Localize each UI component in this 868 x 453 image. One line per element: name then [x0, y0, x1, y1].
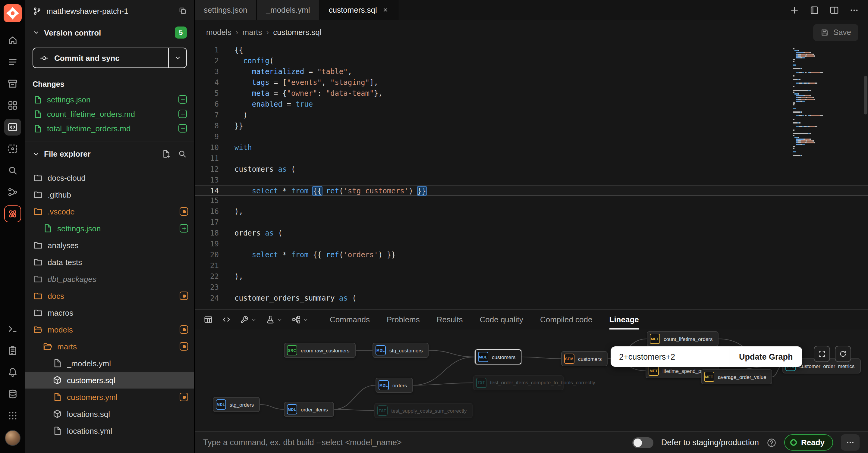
- commit-and-sync-main[interactable]: Commit and sync: [33, 48, 168, 67]
- changed-file-total_lifetime_orders.md[interactable]: total_lifetime_orders.md: [25, 121, 194, 135]
- panel-tab-commands[interactable]: Commands: [330, 310, 370, 329]
- build-button[interactable]: [238, 315, 258, 324]
- file-tree-item-marts[interactable]: marts: [25, 338, 194, 355]
- close-tab-icon[interactable]: [382, 7, 389, 13]
- lineage-node-order_items[interactable]: MDLorder_items: [284, 402, 334, 417]
- code-line-23[interactable]: 23: [195, 282, 868, 293]
- scrollbar-thumb[interactable]: [864, 76, 867, 115]
- lineage-fullscreen-button[interactable]: [814, 346, 830, 362]
- develop-nav-button[interactable]: [4, 119, 21, 135]
- file-tree-item-docs[interactable]: docs: [25, 287, 194, 304]
- code-line-18[interactable]: 18orders as (: [195, 228, 868, 238]
- code-line-19[interactable]: 19: [195, 238, 868, 249]
- file-tree-item-customers.yml[interactable]: customers.yml: [25, 389, 194, 406]
- version-control-header[interactable]: Version control 5: [25, 22, 194, 43]
- editor-scrollbar[interactable]: [863, 44, 868, 309]
- code-line-24[interactable]: 24customer_orders_summary as (: [195, 293, 868, 303]
- lineage-node-test_supply[interactable]: TSTtest_supply_costs_sum_correctly: [374, 403, 472, 418]
- code-line-4[interactable]: 4 tags = ["events", "staging"],: [195, 77, 868, 88]
- environments-nav-button[interactable]: [4, 75, 21, 92]
- code-line-10[interactable]: 10with: [195, 142, 868, 153]
- file-tree-item-models[interactable]: models: [25, 321, 194, 338]
- update-graph-button[interactable]: Update Graph: [729, 346, 803, 367]
- toggle-outline-button[interactable]: [809, 5, 819, 15]
- minimap[interactable]: [793, 48, 860, 157]
- panel-tab-code-quality[interactable]: Code quality: [480, 310, 524, 329]
- lineage-selector-input[interactable]: 2+customers+2: [611, 346, 729, 367]
- copy-branch-icon[interactable]: [179, 7, 187, 15]
- commit-and-sync-button[interactable]: Commit and sync: [33, 47, 187, 68]
- code-line-3[interactable]: 3 materialized = "table",: [195, 66, 868, 77]
- code-line-22[interactable]: 22),: [195, 271, 868, 282]
- test-button[interactable]: [264, 315, 284, 324]
- code-line-20[interactable]: 20 select * from {{ ref('orders') }}: [195, 249, 868, 260]
- new-file-icon[interactable]: [161, 150, 170, 158]
- file-tree-item-analyses[interactable]: analyses: [25, 237, 194, 254]
- file-tree-item-.vscode[interactable]: .vscode: [25, 203, 194, 220]
- code-line-21[interactable]: 21: [195, 260, 868, 271]
- more-options-button[interactable]: [841, 434, 860, 451]
- compile-button[interactable]: [220, 315, 233, 324]
- file-tree-item-_models.yml[interactable]: _models.yml: [25, 355, 194, 372]
- home-nav-button[interactable]: [4, 32, 21, 49]
- code-line-16[interactable]: 16),: [195, 206, 868, 217]
- panel-tab-compiled-code[interactable]: Compiled code: [540, 310, 592, 329]
- help-icon[interactable]: [767, 438, 776, 447]
- code-line-8[interactable]: 8}}: [195, 121, 868, 131]
- file-tree-item-dbt_packages[interactable]: dbt_packages: [25, 270, 194, 287]
- split-editor-button[interactable]: [830, 5, 839, 15]
- notifications-nav-button[interactable]: [4, 364, 21, 381]
- code-line-14[interactable]: 14 select * from {{ ref('stg_customers')…: [195, 185, 868, 196]
- lineage-node-stg_orders[interactable]: MDLstg_orders: [213, 397, 260, 412]
- new-tab-button[interactable]: [789, 5, 799, 15]
- code-line-2[interactable]: 2 config(: [195, 56, 868, 66]
- changed-file-count_lifetime_orders.md[interactable]: count_lifetime_orders.md: [25, 107, 194, 121]
- terminal-nav-button[interactable]: [4, 321, 21, 337]
- dbt-assistant-nav-button[interactable]: [4, 205, 21, 222]
- editor-more-button[interactable]: [849, 5, 859, 15]
- file-tree-item-customers.sql[interactable]: customers.sql: [25, 372, 194, 389]
- file-tree-item-locations.sql[interactable]: locations.sql: [25, 406, 194, 422]
- lineage-refresh-button[interactable]: [835, 346, 851, 362]
- code-line-13[interactable]: 13: [195, 175, 868, 186]
- audit-nav-button[interactable]: [4, 342, 21, 359]
- defer-toggle[interactable]: [632, 437, 653, 448]
- file-tree-item-data-tests[interactable]: data-tests: [25, 254, 194, 270]
- lineage-node-average_order_value[interactable]: METaverage_order_value: [701, 369, 772, 384]
- panel-tab-results[interactable]: Results: [437, 310, 463, 329]
- code-line-11[interactable]: 11: [195, 153, 868, 164]
- explore-nav-button[interactable]: [4, 162, 21, 179]
- code-line-12[interactable]: 12customers as (: [195, 164, 868, 175]
- lineage-canvas[interactable]: 2+customers+2 Update Graph SRCecom.raw_c…: [195, 329, 868, 431]
- code-line-17[interactable]: 17: [195, 217, 868, 228]
- command-input[interactable]: Type a command, ex. dbt build --select <…: [203, 438, 624, 447]
- save-button[interactable]: Save: [813, 24, 858, 41]
- file-search-icon[interactable]: [178, 150, 187, 158]
- branch-name[interactable]: matthewshaver-patch-1: [46, 6, 174, 15]
- file-tree-item-macros[interactable]: macros: [25, 304, 194, 321]
- code-line-6[interactable]: 6 enabled = true: [195, 99, 868, 110]
- data-nav-button[interactable]: [4, 386, 21, 402]
- tab-settings.json[interactable]: settings.json: [195, 0, 257, 20]
- tab-customers.sql[interactable]: customers.sql: [319, 0, 398, 20]
- panel-tab-problems[interactable]: Problems: [387, 310, 420, 329]
- code-line-15[interactable]: 15: [195, 195, 868, 206]
- commit-options-button[interactable]: [168, 48, 186, 67]
- keypad-nav-button[interactable]: [4, 407, 21, 424]
- breadcrumb-item[interactable]: customers.sql: [273, 28, 321, 37]
- file-tree-item-docs-cloud[interactable]: docs-cloud: [25, 169, 194, 186]
- lineage-node-raw_customers[interactable]: SRCecom.raw_customers: [284, 343, 355, 358]
- file-tree-item-settings.json[interactable]: settings.json: [25, 220, 194, 237]
- lineage-node-customers_mdl[interactable]: MDLcustomers: [475, 349, 521, 364]
- breadcrumb-item[interactable]: marts: [243, 28, 262, 37]
- file-explorer-header[interactable]: File explorer: [25, 141, 194, 166]
- lineage-node-stg_customers[interactable]: MDLstg_customers: [373, 343, 429, 358]
- code-line-1[interactable]: 1{{: [195, 44, 868, 56]
- apps-grid-nav-button[interactable]: [4, 97, 21, 114]
- code-line-7[interactable]: 7 ): [195, 110, 868, 121]
- canvas-nav-button[interactable]: [4, 140, 21, 157]
- user-avatar[interactable]: [5, 430, 21, 446]
- lineage-node-count_lifetime_orders[interactable]: METcount_lifetime_orders: [647, 331, 719, 346]
- ready-status-button[interactable]: Ready: [784, 434, 833, 451]
- lineage-node-test_order_items[interactable]: TSTtest_order_items_compute_to_bools_cor…: [473, 375, 564, 390]
